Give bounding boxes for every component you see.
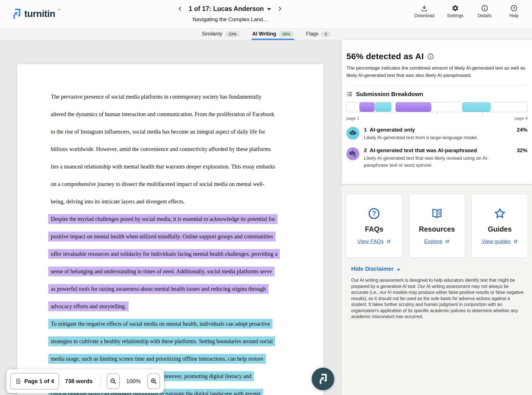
- document-text: on a comprehensive journey to dissect th…: [48, 179, 267, 189]
- page-tick: [392, 112, 392, 115]
- tab-ai-writing-label: AI Writing: [252, 31, 276, 37]
- svg-text:?: ?: [372, 210, 376, 217]
- document-line: Despite the myriad challenges posed by s…: [51, 210, 310, 228]
- turnitin-glyph-icon: [318, 373, 328, 385]
- ai-highlighted-text-purple[interactable]: Despite the myriad challenges posed by s…: [48, 214, 278, 224]
- settings-button[interactable]: Settings: [447, 5, 464, 18]
- document-text: being, delving into its intricate layers…: [48, 197, 187, 207]
- view-guides-label: View guides: [482, 238, 511, 245]
- download-label: Download: [414, 13, 434, 18]
- external-link-icon: [445, 239, 450, 244]
- breakdown-item-title: AI-generated text that was AI-paraphrase…: [370, 147, 477, 154]
- breakdown-item-percentage: 24%: [514, 127, 527, 133]
- ai-highlighted-text-purple[interactable]: offer invaluable resources and solidarit…: [48, 249, 280, 259]
- page-end-label: page 4: [515, 116, 527, 121]
- document-line: to the rise of Instagram influencers, so…: [51, 123, 310, 140]
- external-link-icon: [386, 239, 391, 244]
- zoom-out-button[interactable]: [107, 374, 119, 389]
- details-label: Details: [478, 13, 492, 18]
- document-text: billions worldwide. However, amid the co…: [48, 144, 273, 154]
- document-line: being, delving into its intricate layers…: [51, 193, 310, 210]
- document-line: offer invaluable resources and solidarit…: [51, 245, 310, 263]
- document-line: positive impact on mental health when ut…: [51, 228, 310, 245]
- resources-card: Resources Explore: [409, 194, 465, 258]
- help-label: Help: [509, 13, 519, 18]
- ai-highlighted-text-purple[interactable]: as powerful tools for raising awareness …: [48, 284, 269, 294]
- ai-writing-score-badge: 56%: [279, 31, 294, 37]
- tab-flags[interactable]: Flags 0: [305, 28, 331, 40]
- view-faqs-link[interactable]: View FAQs: [357, 238, 391, 245]
- ai-highlighted-text-purple[interactable]: advocacy efforts and storytelling.: [48, 301, 129, 311]
- breakdown-bar-segment-purple[interactable]: [395, 102, 431, 112]
- zoom-in-button[interactable]: [148, 374, 160, 389]
- tab-flags-label: Flags: [306, 31, 318, 37]
- word-count: 738 words: [65, 378, 93, 385]
- help-icon: ?: [510, 5, 518, 12]
- chevron-down-icon: [267, 8, 271, 10]
- document-line: lies a nuanced relationship with mental …: [51, 158, 310, 175]
- faqs-card: ? FAQs View FAQs: [346, 194, 403, 258]
- zoom-in-icon: [150, 378, 157, 385]
- page-tick: [437, 112, 437, 115]
- document-line: billions worldwide. However, amid the co…: [51, 140, 310, 158]
- download-icon: [421, 5, 428, 12]
- document-text: altered the dynamics of human interactio…: [48, 109, 277, 119]
- document-line: altered the dynamics of human interactio…: [51, 105, 310, 123]
- divider: [346, 85, 527, 86]
- resource-cards: ? FAQs View FAQs Reso: [342, 194, 532, 258]
- ai-detection-info-button[interactable]: [427, 53, 434, 60]
- hide-disclaimer-label: Hide Disclaimer: [351, 266, 393, 272]
- ai-writing-panel: 56% detected as AI The percentage indica…: [342, 40, 532, 395]
- ai-highlighted-text-cyan[interactable]: strategies to cultivate a healthy relati…: [48, 336, 275, 346]
- next-submission-button[interactable]: [275, 4, 285, 14]
- page-indicator-label: Page 1 of 4: [24, 378, 54, 385]
- breakdown-item-title: AI-generated only: [370, 127, 415, 133]
- info-icon: [481, 5, 488, 12]
- open-book-icon: [430, 207, 443, 220]
- submission-breakdown-bar: [346, 102, 527, 112]
- previous-submission-button[interactable]: [175, 4, 185, 14]
- settings-label: Settings: [447, 13, 463, 18]
- similarity-score-badge: 23%: [225, 31, 240, 37]
- explore-link[interactable]: Explore: [424, 238, 450, 245]
- logo-wordmark: turnitin: [24, 8, 55, 20]
- document-line: The pervasive presence of social media p…: [51, 88, 310, 105]
- submission-selector[interactable]: 1 of 17: Lucas Anderson: [189, 5, 271, 13]
- document-viewer[interactable]: The pervasive presence of social media p…: [0, 40, 342, 395]
- breakdown-items: 1 AI-generated only 24% Likely AI-genera…: [346, 127, 527, 169]
- breakdown-item-ai-paraphrased: 2 AI-generated text that was AI-paraphra…: [346, 147, 527, 169]
- help-button[interactable]: ? Help: [505, 5, 522, 18]
- view-guides-link[interactable]: View guides: [482, 238, 518, 245]
- hide-disclaimer-toggle[interactable]: Hide Disclaimer: [351, 266, 400, 272]
- ai-highlighted-text-purple[interactable]: sense of belonging and understanding in …: [48, 267, 274, 276]
- view-faqs-label: View FAQs: [357, 238, 384, 245]
- breakdown-bar-segment-cyan[interactable]: [462, 102, 491, 112]
- external-link-icon: [513, 239, 518, 244]
- svg-text:?: ?: [513, 6, 515, 10]
- turnitin-app: turnitin ™ 1 of 17: Lucas Anderson Navig…: [0, 0, 532, 395]
- breakdown-item-description: Likely AI-generated text that was likely…: [364, 155, 496, 169]
- document-page: The pervasive presence of social media p…: [17, 64, 324, 395]
- breakdown-bar-segment-purple[interactable]: [359, 102, 375, 112]
- document-text: The pervasive presence of social media p…: [48, 92, 264, 102]
- turnitin-fab-button[interactable]: [312, 368, 334, 390]
- page-indicator-button[interactable]: Page 1 of 4: [10, 373, 59, 389]
- page-tick: [482, 112, 483, 115]
- guides-card: Guides View guides: [471, 194, 528, 258]
- document-line: as powerful tools for raising awareness …: [51, 280, 310, 298]
- viewer-toolbar: Page 1 of 4 738 words 100%: [6, 369, 164, 393]
- report-tabbar: Similarity 23% AI Writing 56% Flags 0: [0, 28, 532, 40]
- download-button[interactable]: Download: [414, 5, 434, 18]
- ai-highlighted-text-purple[interactable]: positive impact on mental health when ut…: [48, 232, 276, 241]
- ai-highlighted-text-cyan[interactable]: media usage, such as limiting screen tim…: [48, 354, 266, 364]
- ai-highlighted-text-cyan[interactable]: To mitigate the negative effects of soci…: [48, 319, 272, 329]
- turnitin-logo[interactable]: turnitin ™: [11, 8, 60, 20]
- tab-similarity[interactable]: Similarity 23%: [201, 28, 240, 40]
- breakdown-bar-segment-cyan[interactable]: [375, 102, 392, 112]
- tab-similarity-label: Similarity: [202, 31, 222, 37]
- tab-ai-writing[interactable]: AI Writing 56%: [252, 28, 294, 40]
- faqs-card-title: FAQs: [365, 225, 383, 233]
- page-icon: [15, 378, 21, 384]
- details-button[interactable]: Details: [476, 5, 493, 18]
- app-header: turnitin ™ 1 of 17: Lucas Anderson Navig…: [0, 0, 532, 28]
